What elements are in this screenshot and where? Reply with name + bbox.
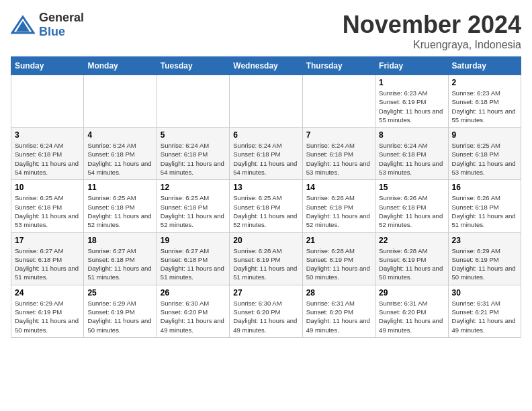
calendar-day-cell: 25Sunrise: 6:29 AM Sunset: 6:19 PM Dayli… [84, 285, 157, 337]
calendar-day-cell: 22Sunrise: 6:28 AM Sunset: 6:19 PM Dayli… [375, 232, 448, 285]
day-info: Sunrise: 6:25 AM Sunset: 6:18 PM Dayligh… [15, 193, 80, 229]
day-info: Sunrise: 6:29 AM Sunset: 6:19 PM Dayligh… [15, 299, 80, 334]
day-number: 10 [15, 183, 80, 192]
calendar-week-row: 24Sunrise: 6:29 AM Sunset: 6:19 PM Dayli… [11, 285, 521, 337]
calendar-day-cell: 18Sunrise: 6:27 AM Sunset: 6:18 PM Dayli… [84, 232, 157, 285]
calendar: SundayMondayTuesdayWednesdayThursdayFrid… [11, 56, 521, 338]
calendar-day-cell: 7Sunrise: 6:24 AM Sunset: 6:18 PM Daylig… [302, 128, 375, 180]
calendar-day-cell: 4Sunrise: 6:24 AM Sunset: 6:18 PM Daylig… [84, 128, 157, 180]
day-number: 22 [379, 236, 444, 245]
day-info: Sunrise: 6:26 AM Sunset: 6:18 PM Dayligh… [306, 193, 371, 229]
location-title: Kruengraya, Indonesia [343, 39, 521, 51]
day-info: Sunrise: 6:31 AM Sunset: 6:20 PM Dayligh… [306, 299, 371, 334]
empty-cell [302, 75, 375, 128]
day-number: 24 [15, 288, 80, 298]
day-number: 18 [87, 236, 152, 245]
logo-general: General [39, 11, 84, 24]
calendar-day-cell: 26Sunrise: 6:30 AM Sunset: 6:20 PM Dayli… [157, 285, 229, 337]
calendar-day-cell: 13Sunrise: 6:25 AM Sunset: 6:18 PM Dayli… [230, 180, 302, 232]
day-info: Sunrise: 6:25 AM Sunset: 6:18 PM Dayligh… [161, 193, 226, 229]
day-number: 11 [87, 183, 152, 192]
weekday-header-wednesday: Wednesday [230, 57, 302, 75]
calendar-day-cell: 8Sunrise: 6:24 AM Sunset: 6:18 PM Daylig… [375, 128, 448, 180]
weekday-header-tuesday: Tuesday [157, 57, 229, 75]
day-info: Sunrise: 6:27 AM Sunset: 6:18 PM Dayligh… [161, 246, 226, 282]
day-number: 6 [233, 130, 298, 140]
calendar-day-cell: 14Sunrise: 6:26 AM Sunset: 6:18 PM Dayli… [302, 180, 375, 232]
calendar-day-cell: 6Sunrise: 6:24 AM Sunset: 6:18 PM Daylig… [230, 128, 302, 180]
calendar-day-cell: 3Sunrise: 6:24 AM Sunset: 6:18 PM Daylig… [11, 128, 84, 180]
day-number: 3 [15, 130, 80, 140]
day-info: Sunrise: 6:25 AM Sunset: 6:18 PM Dayligh… [87, 193, 152, 229]
day-info: Sunrise: 6:25 AM Sunset: 6:18 PM Dayligh… [452, 141, 517, 177]
calendar-day-cell: 19Sunrise: 6:27 AM Sunset: 6:18 PM Dayli… [157, 232, 229, 285]
calendar-day-cell: 16Sunrise: 6:26 AM Sunset: 6:18 PM Dayli… [448, 180, 521, 232]
day-info: Sunrise: 6:29 AM Sunset: 6:19 PM Dayligh… [452, 246, 517, 282]
weekday-header-row: SundayMondayTuesdayWednesdayThursdayFrid… [11, 57, 521, 75]
calendar-week-row: 3Sunrise: 6:24 AM Sunset: 6:18 PM Daylig… [11, 128, 521, 180]
day-number: 21 [306, 236, 371, 245]
day-number: 20 [233, 236, 298, 245]
month-title: November 2024 [343, 11, 521, 39]
day-number: 30 [452, 288, 517, 298]
calendar-day-cell: 23Sunrise: 6:29 AM Sunset: 6:19 PM Dayli… [448, 232, 521, 285]
day-number: 29 [379, 288, 444, 298]
day-number: 15 [379, 183, 444, 192]
day-number: 5 [161, 130, 226, 140]
day-info: Sunrise: 6:30 AM Sunset: 6:20 PM Dayligh… [233, 299, 298, 334]
calendar-week-row: 17Sunrise: 6:27 AM Sunset: 6:18 PM Dayli… [11, 232, 521, 285]
calendar-day-cell: 24Sunrise: 6:29 AM Sunset: 6:19 PM Dayli… [11, 285, 84, 337]
calendar-day-cell: 11Sunrise: 6:25 AM Sunset: 6:18 PM Dayli… [84, 180, 157, 232]
day-number: 28 [306, 288, 371, 298]
calendar-day-cell: 1Sunrise: 6:23 AM Sunset: 6:19 PM Daylig… [375, 75, 448, 128]
calendar-day-cell: 17Sunrise: 6:27 AM Sunset: 6:18 PM Dayli… [11, 232, 84, 285]
weekday-header-sunday: Sunday [11, 57, 84, 75]
calendar-body: 1Sunrise: 6:23 AM Sunset: 6:19 PM Daylig… [11, 75, 521, 338]
logo-text: General Blue [39, 11, 84, 39]
calendar-day-cell: 5Sunrise: 6:24 AM Sunset: 6:18 PM Daylig… [157, 128, 229, 180]
day-info: Sunrise: 6:28 AM Sunset: 6:19 PM Dayligh… [306, 246, 371, 282]
day-info: Sunrise: 6:28 AM Sunset: 6:19 PM Dayligh… [233, 246, 298, 282]
calendar-day-cell: 15Sunrise: 6:26 AM Sunset: 6:18 PM Dayli… [375, 180, 448, 232]
weekday-header-saturday: Saturday [448, 57, 521, 75]
empty-cell [230, 75, 302, 128]
day-number: 19 [161, 236, 226, 245]
day-info: Sunrise: 6:24 AM Sunset: 6:18 PM Dayligh… [15, 141, 80, 177]
day-info: Sunrise: 6:24 AM Sunset: 6:18 PM Dayligh… [233, 141, 298, 177]
header: General Blue November 2024 Kruengraya, I… [11, 11, 521, 51]
calendar-day-cell: 29Sunrise: 6:31 AM Sunset: 6:20 PM Dayli… [375, 285, 448, 337]
day-info: Sunrise: 6:24 AM Sunset: 6:18 PM Dayligh… [379, 141, 444, 177]
day-info: Sunrise: 6:26 AM Sunset: 6:18 PM Dayligh… [452, 193, 517, 229]
calendar-day-cell: 20Sunrise: 6:28 AM Sunset: 6:19 PM Dayli… [230, 232, 302, 285]
day-number: 4 [87, 130, 152, 140]
calendar-day-cell: 30Sunrise: 6:31 AM Sunset: 6:21 PM Dayli… [448, 285, 521, 337]
day-number: 2 [452, 78, 517, 87]
day-info: Sunrise: 6:26 AM Sunset: 6:18 PM Dayligh… [379, 193, 444, 229]
day-info: Sunrise: 6:28 AM Sunset: 6:19 PM Dayligh… [379, 246, 444, 282]
day-info: Sunrise: 6:29 AM Sunset: 6:19 PM Dayligh… [87, 299, 152, 334]
day-info: Sunrise: 6:27 AM Sunset: 6:18 PM Dayligh… [15, 246, 80, 282]
weekday-header-thursday: Thursday [302, 57, 375, 75]
calendar-day-cell: 21Sunrise: 6:28 AM Sunset: 6:19 PM Dayli… [302, 232, 375, 285]
day-info: Sunrise: 6:31 AM Sunset: 6:20 PM Dayligh… [379, 299, 444, 334]
calendar-day-cell: 2Sunrise: 6:23 AM Sunset: 6:18 PM Daylig… [448, 75, 521, 128]
day-number: 1 [379, 78, 444, 87]
day-number: 12 [161, 183, 226, 192]
calendar-week-row: 10Sunrise: 6:25 AM Sunset: 6:18 PM Dayli… [11, 180, 521, 232]
empty-cell [11, 75, 84, 128]
weekday-header-friday: Friday [375, 57, 448, 75]
title-area: November 2024 Kruengraya, Indonesia [343, 11, 521, 51]
empty-cell [84, 75, 157, 128]
day-info: Sunrise: 6:24 AM Sunset: 6:18 PM Dayligh… [161, 141, 226, 177]
logo: General Blue [11, 11, 84, 39]
day-number: 8 [379, 130, 444, 140]
day-number: 9 [452, 130, 517, 140]
day-info: Sunrise: 6:24 AM Sunset: 6:18 PM Dayligh… [87, 141, 152, 177]
day-number: 27 [233, 288, 298, 298]
day-info: Sunrise: 6:27 AM Sunset: 6:18 PM Dayligh… [87, 246, 152, 282]
day-number: 14 [306, 183, 371, 192]
empty-cell [157, 75, 229, 128]
day-info: Sunrise: 6:23 AM Sunset: 6:18 PM Dayligh… [452, 89, 517, 124]
calendar-week-row: 1Sunrise: 6:23 AM Sunset: 6:19 PM Daylig… [11, 75, 521, 128]
logo-blue: Blue [39, 25, 65, 38]
